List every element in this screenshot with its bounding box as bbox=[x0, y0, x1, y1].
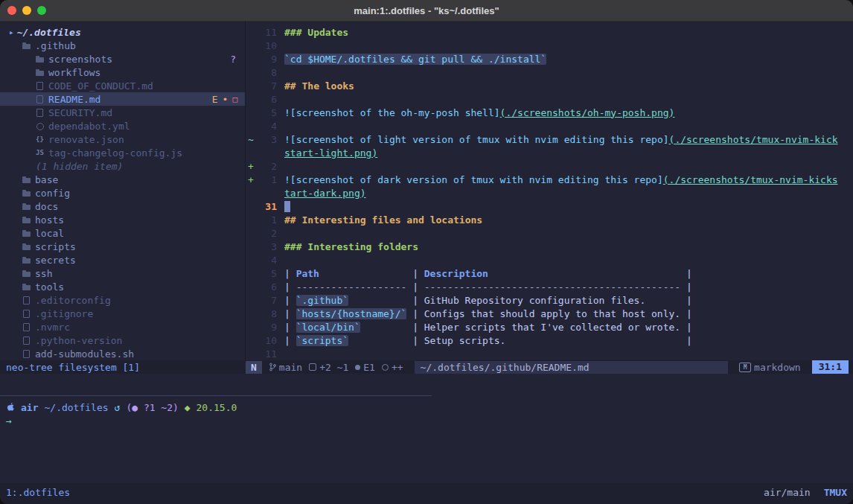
node-icon: ◆ bbox=[185, 402, 191, 413]
editor-line[interactable]: 4 bbox=[246, 119, 853, 133]
folder-icon bbox=[22, 188, 31, 198]
git-untracked-badge: ? bbox=[230, 54, 236, 65]
tree-item[interactable]: tools bbox=[0, 280, 245, 293]
tmux-window-tab[interactable]: 1:.dotfiles bbox=[6, 487, 70, 498]
editor-line[interactable]: 6 |-------------------|-----------------… bbox=[246, 280, 853, 293]
filetype: M markdown bbox=[739, 362, 801, 373]
editor-line[interactable]: 2 bbox=[246, 226, 853, 240]
table-row: |`local/bin`|Helper scripts that I've co… bbox=[284, 322, 692, 333]
tree-item[interactable]: hosts bbox=[0, 213, 245, 226]
tree-item[interactable]: .python-version bbox=[0, 334, 245, 347]
tree-item[interactable]: .gitignore bbox=[0, 307, 245, 320]
statusline: neo-tree filesystem [1] N main +2 ~1 E1 … bbox=[0, 360, 853, 374]
tmux-status-bar: 1:.dotfiles air/main TMUX bbox=[0, 483, 853, 504]
editor-line[interactable]: +2 bbox=[246, 159, 853, 173]
table-divider-row: |-------------------|-------------------… bbox=[284, 281, 692, 293]
tree-item[interactable]: workflows bbox=[0, 66, 245, 79]
window-title: main:1:.dotfiles - "ks~/.dotfiles" bbox=[354, 5, 499, 16]
editor-buffer[interactable]: 11 ### Updates 10 9 `cd $HOME/.dotfiles … bbox=[246, 21, 853, 365]
markdown-h2: ## Interesting files and locations bbox=[284, 214, 482, 226]
editor-line[interactable]: 9 |`local/bin`|Helper scripts that I've … bbox=[246, 320, 853, 334]
recording-icon bbox=[382, 364, 389, 371]
tree-item[interactable]: SECURITY.md bbox=[0, 106, 245, 119]
tree-item[interactable]: .editorconfig bbox=[0, 293, 245, 307]
editor-line[interactable]: 8 bbox=[246, 66, 853, 79]
tree-item[interactable]: .github bbox=[0, 39, 245, 52]
js-icon: JS bbox=[36, 149, 45, 156]
editor-line[interactable]: 5 |Path|Description| bbox=[246, 267, 853, 280]
editor-line[interactable]: 1 ## Interesting files and locations bbox=[246, 213, 853, 226]
folder-icon bbox=[22, 255, 31, 265]
tree-item[interactable]: add-submodules.sh bbox=[0, 347, 245, 360]
image-link-url: (./screenshots/oh-my-posh.png) bbox=[500, 107, 675, 118]
file-icon bbox=[22, 349, 31, 359]
image-link-url: (./screenshots/tmux-nvim-kicks bbox=[663, 174, 838, 185]
tree-item[interactable]: base bbox=[0, 173, 245, 186]
editor-line[interactable]: ~3 ![screenshot of light version of tmux… bbox=[246, 133, 853, 146]
editor-line[interactable]: +1 ![screenshot of dark version of tmux … bbox=[246, 173, 853, 186]
editor-line-current[interactable]: 31 bbox=[246, 200, 853, 213]
tmux-badge: TMUX bbox=[824, 487, 847, 498]
tree-item[interactable]: dependabot.yml bbox=[0, 119, 245, 133]
image-link-label: ![screenshot of light version of tmux wi… bbox=[284, 134, 669, 145]
sync-icon: ↺ bbox=[115, 402, 121, 413]
table-row: |`.github`|GitHub Repository configurati… bbox=[284, 295, 692, 306]
tree-item[interactable]: screenshots ? bbox=[0, 52, 245, 66]
folder-icon bbox=[22, 229, 31, 238]
text-cursor bbox=[284, 201, 290, 212]
tree-hidden-count[interactable]: (1 hidden item) bbox=[0, 159, 245, 173]
diagnostic-flag: E bbox=[212, 94, 218, 105]
lualine: N main +2 ~1 E1 ++ ~/.dotfiles/.github/R… bbox=[246, 360, 853, 374]
tree-root[interactable]: ▸ ~/.dotfiles bbox=[0, 25, 245, 39]
json-icon: {} bbox=[36, 135, 45, 143]
window-controls bbox=[7, 0, 46, 21]
tree-item[interactable]: secrets bbox=[0, 253, 245, 267]
image-link-label: ![screenshot of the oh-my-posh shell] bbox=[284, 107, 500, 118]
editor-line[interactable]: 9 `cd $HOME/.dotfiles && git pull && ./i… bbox=[246, 52, 853, 66]
editor-line[interactable]: 10 bbox=[246, 39, 853, 52]
markdown-h2: ## The looks bbox=[284, 80, 354, 92]
git-diff-counts: +2 ~1 bbox=[309, 362, 348, 373]
editor-line[interactable]: 3 ### Interesting folders bbox=[246, 240, 853, 253]
table-row: |`scripts`|Setup scripts.| bbox=[284, 335, 692, 346]
titlebar: main:1:.dotfiles - "ks~/.dotfiles" bbox=[0, 0, 853, 22]
tree-item[interactable]: local bbox=[0, 226, 245, 240]
editor-line[interactable]: 8 |`hosts/{hostname}/`|Configs that shou… bbox=[246, 307, 853, 320]
file-icon bbox=[22, 336, 31, 345]
editor-line[interactable]: 10 |`scripts`|Setup scripts.| bbox=[246, 334, 853, 347]
markdown-h3: ### Interesting folders bbox=[284, 241, 418, 252]
close-button[interactable] bbox=[7, 6, 16, 15]
folder-icon bbox=[22, 242, 31, 252]
editor-line[interactable]: 11 ### Updates bbox=[246, 25, 853, 39]
statusline-extra: ++ bbox=[382, 362, 403, 373]
node-version: ◆ 20.15.0 bbox=[185, 402, 237, 413]
tree-item[interactable]: JS tag-changelog-config.js bbox=[0, 146, 245, 159]
tree-item[interactable]: docs bbox=[0, 200, 245, 213]
git-branch: main bbox=[269, 362, 302, 373]
editor-line[interactable]: 4 bbox=[246, 253, 853, 267]
cursor-position: 31:1 bbox=[812, 360, 849, 374]
minimize-button[interactable] bbox=[22, 6, 31, 15]
tree-item[interactable]: config bbox=[0, 186, 245, 200]
folder-icon bbox=[22, 41, 31, 51]
editor-line-wrap[interactable]: start-light.png) bbox=[246, 146, 853, 159]
editor-line[interactable]: 7 ## The looks bbox=[246, 79, 853, 92]
folder-icon bbox=[36, 68, 45, 77]
shell-input-line[interactable]: → bbox=[6, 414, 12, 427]
tree-item[interactable]: scripts bbox=[0, 240, 245, 253]
editor-line[interactable]: 11 bbox=[246, 347, 853, 360]
zoom-button[interactable] bbox=[37, 6, 46, 15]
tree-item[interactable]: .nvmrc bbox=[0, 320, 245, 334]
diff-icon bbox=[309, 363, 316, 371]
editor-line[interactable]: 7 |`.github`|GitHub Repository configura… bbox=[246, 293, 853, 307]
editor-line[interactable]: 6 bbox=[246, 92, 853, 106]
shell-prompt[interactable]: air ~/.dotfiles ↺ (● ?1 ~2) ◆ 20.15.0 bbox=[6, 401, 237, 414]
folder-icon bbox=[36, 54, 45, 64]
tree-item-selected[interactable]: README.md E • □ bbox=[0, 92, 245, 106]
neotree-statusline: neo-tree filesystem [1] bbox=[0, 362, 246, 373]
tree-item[interactable]: ssh bbox=[0, 267, 245, 280]
editor-line-wrap[interactable]: tart-dark.png) bbox=[246, 186, 853, 200]
editor-line[interactable]: 5 ![screenshot of the oh-my-posh shell](… bbox=[246, 106, 853, 119]
tree-item[interactable]: {} renovate.json bbox=[0, 133, 245, 146]
tree-item[interactable]: CODE_OF_CONDUCT.md bbox=[0, 79, 245, 92]
